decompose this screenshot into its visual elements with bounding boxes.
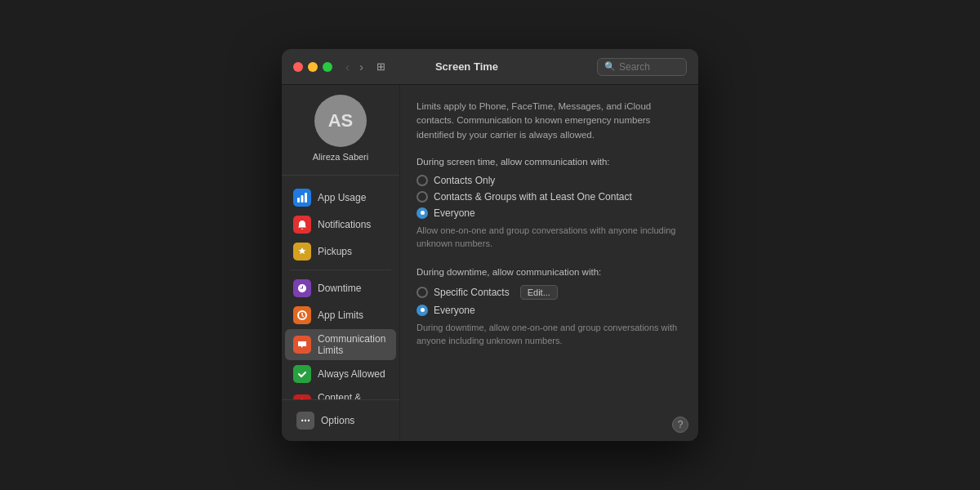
main-content: Limits apply to Phone, FaceTime, Message… [400,85,698,441]
traffic-lights [293,62,332,72]
downtime-label: Downtime [318,283,361,294]
help-button[interactable]: ? [672,416,688,433]
radio-contacts-only-label: Contacts Only [434,175,495,186]
downtime-sub-text: During downtime, allow one-on-one and gr… [416,321,682,348]
sidebar-item-app-usage[interactable]: App Usage [285,185,396,211]
radio-contacts-groups-indicator[interactable] [416,191,428,203]
app-limits-label: App Limits [318,310,363,321]
radio-everyone-screen[interactable]: Everyone [416,207,682,219]
svg-line-5 [302,316,304,318]
sidebar-item-notifications[interactable]: Notifications [285,212,396,238]
screen-time-section: During screen time, allow communication … [416,157,682,251]
search-bar[interactable]: 🔍 [597,58,687,76]
window-title: Screen Time [343,60,590,73]
titlebar: ‹ › ⊞ Screen Time 🔍 [282,49,698,85]
screen-time-label: During screen time, allow communication … [416,157,682,167]
search-input[interactable] [619,61,684,73]
sidebar-item-pickups[interactable]: Pickups [285,238,396,265]
radio-specific-contacts-indicator[interactable] [416,287,428,298]
downtime-label: During downtime, allow communication wit… [416,267,682,277]
sidebar-item-content-privacy[interactable]: Content & Privacy [285,388,396,399]
notifications-icon [293,216,311,234]
always-allowed-icon [293,365,311,383]
pickups-label: Pickups [318,246,352,257]
svg-rect-1 [301,195,304,203]
close-button[interactable] [293,62,303,72]
svg-rect-2 [305,193,307,203]
radio-everyone-down-label: Everyone [434,305,475,316]
sidebar-item-always-allowed[interactable]: Always Allowed [285,361,396,387]
sidebar-item-downtime[interactable]: Downtime [285,275,396,301]
radio-everyone-down[interactable]: Everyone [416,305,682,316]
minimize-button[interactable] [308,62,318,72]
radio-everyone-screen-label: Everyone [434,207,475,219]
communication-limits-icon [293,336,311,354]
communication-limits-label: Communication Limits [318,333,388,356]
divider-1 [290,270,391,270]
radio-everyone-down-indicator[interactable] [416,305,428,316]
info-text: Limits apply to Phone, FaceTime, Message… [416,100,682,142]
svg-rect-0 [297,198,300,203]
radio-contacts-groups-label: Contacts & Groups with at Least One Cont… [434,191,632,203]
radio-contacts-groups[interactable]: Contacts & Groups with at Least One Cont… [416,191,682,203]
notifications-label: Notifications [318,219,371,230]
options-label: Options [321,415,354,426]
sidebar-item-app-limits[interactable]: App Limits [285,302,396,328]
app-limits-icon [293,306,311,324]
sidebar: AS Alireza Saberi App Usage [282,85,400,441]
options-section: ··· Options [282,399,399,441]
always-allowed-label: Always Allowed [318,368,385,380]
downtime-section: During downtime, allow communication wit… [416,267,682,348]
avatar-name: Alireza Saberi [313,152,368,162]
pickups-icon [293,243,311,261]
content-privacy-label: Content & Privacy [318,392,388,399]
avatar: AS [314,95,367,147]
maximize-button[interactable] [323,62,332,72]
app-usage-label: App Usage [318,192,366,203]
radio-specific-contacts-label: Specific Contacts [434,287,510,298]
search-icon: 🔍 [604,61,616,72]
avatar-initials: AS [328,110,354,131]
avatar-section: AS Alireza Saberi [282,95,399,176]
sidebar-item-communication-limits[interactable]: Communication Limits [285,329,396,360]
radio-contacts-only-indicator[interactable] [416,175,428,186]
radio-contacts-only[interactable]: Contacts Only [416,175,682,186]
app-usage-icon [293,189,311,207]
downtime-icon [293,279,311,297]
content-area: AS Alireza Saberi App Usage [282,85,698,441]
sidebar-item-options[interactable]: ··· Options [288,408,393,434]
edit-button[interactable]: Edit... [520,285,558,300]
options-icon: ··· [296,412,314,430]
screen-time-sub-text: Allow one-on-one and group conversations… [416,224,682,251]
nav-list: App Usage Notifications [282,180,399,399]
radio-everyone-screen-indicator[interactable] [416,207,428,219]
radio-specific-contacts[interactable]: Specific Contacts Edit... [416,285,682,300]
app-window: ‹ › ⊞ Screen Time 🔍 AS Alireza Saberi [282,49,698,441]
